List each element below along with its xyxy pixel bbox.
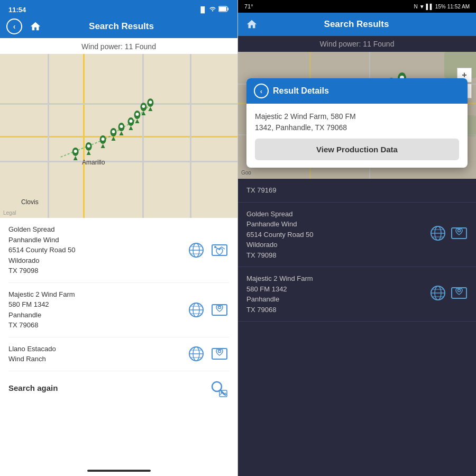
home-button-right[interactable] <box>244 17 259 32</box>
svg-point-12 <box>118 123 125 131</box>
result-address-2: Majestic 2 Wind Farm580 FM 1342Panhandle… <box>8 289 187 331</box>
subtitle-left: Wind power: 11 Found <box>0 38 237 54</box>
svg-marker-28 <box>74 156 78 160</box>
result-address-1: Golden SpreadPanhandle Wind6514 County R… <box>8 224 187 276</box>
status-left-group: 71° <box>244 3 253 10</box>
svg-point-98 <box>458 230 461 232</box>
result-icons-1 <box>187 241 229 260</box>
result-icons-2 <box>187 300 229 319</box>
subtitle-right: Wind power: 11 Found <box>238 36 476 52</box>
result-address-3: Llano EstacadoWind Ranch <box>8 344 187 364</box>
popup-header: ‹ Result Details <box>246 78 468 104</box>
svg-point-49 <box>218 306 221 308</box>
result-item-partial[interactable]: TX 79169 <box>238 179 476 203</box>
globe-icon-1[interactable] <box>187 241 206 260</box>
svg-point-15 <box>127 117 134 126</box>
svg-point-24 <box>86 142 92 151</box>
nfc-icon: N <box>414 4 417 10</box>
map-icon-1[interactable] <box>210 241 229 260</box>
map-icon-right-2[interactable] <box>451 285 468 304</box>
map-icon-3[interactable] <box>210 344 229 363</box>
popup-title: Result Details <box>273 86 329 96</box>
result-item-right-1[interactable]: Golden SpreadPanhandle Wind6514 County R… <box>238 203 476 268</box>
result-icons-right-1 <box>429 225 468 244</box>
search-again-row[interactable]: Search again <box>8 371 229 403</box>
globe-icon-3[interactable] <box>187 344 206 363</box>
result-icons-3 <box>187 344 229 363</box>
globe-icon-2[interactable] <box>187 300 206 319</box>
time-left: 11:54 <box>8 6 26 14</box>
search-again-icon[interactable] <box>208 378 229 399</box>
svg-point-20 <box>112 130 115 133</box>
search-again-label: Search again <box>8 383 58 392</box>
globe-icon-right-2[interactable] <box>429 285 446 304</box>
wifi-icon <box>209 6 216 13</box>
map-icon-2[interactable] <box>210 300 229 319</box>
battery-right: 15% <box>435 4 446 10</box>
signal-icon-right: ▌▌ <box>426 4 434 10</box>
svg-point-26 <box>87 144 90 148</box>
map-icon-right-1[interactable] <box>451 225 468 244</box>
battery-icon <box>218 6 229 13</box>
result-item-2[interactable]: Majestic 2 Wind Farm580 FM 1342Panhandle… <box>8 283 229 337</box>
svg-marker-7 <box>148 107 152 111</box>
svg-point-11 <box>135 113 139 116</box>
city-label-amarillo: Amarillo <box>82 159 105 166</box>
svg-point-23 <box>102 138 105 141</box>
page-title-left: Search Results <box>49 21 194 32</box>
svg-marker-13 <box>119 131 123 135</box>
svg-point-27 <box>72 148 79 156</box>
header-right: Search Results <box>238 13 476 36</box>
result-address-right-2: Majestic 2 Wind Farm580 FM 1342Panhandle… <box>246 273 429 315</box>
popup-back-button[interactable]: ‹ <box>254 84 269 98</box>
signal-icon: ▐▌ <box>198 6 207 13</box>
city-label-clovis: Clovis <box>21 198 39 206</box>
status-right-group: N ▼ ▌▌ 15% 11:52 AM <box>414 4 470 10</box>
map-right: Amarillo + − Goo ‹ Result Details Majest… <box>238 52 476 179</box>
svg-marker-22 <box>101 144 105 148</box>
map-legal: Legal <box>3 210 16 216</box>
home-indicator-left <box>87 470 151 472</box>
svg-marker-25 <box>87 151 91 155</box>
status-bar-right: 71° N ▼ ▌▌ 15% 11:52 AM <box>238 0 476 13</box>
results-list-right: TX 79169 Golden SpreadPanhandle Wind6514… <box>238 179 476 476</box>
page-title-right: Search Results <box>264 19 448 30</box>
temp-label: 71° <box>244 3 253 10</box>
left-phone: 11:54 ▐▌ ‹ Search Results Wind power: 11… <box>0 0 238 476</box>
result-details-popup: ‹ Result Details Majestic 2 Wind Farm, 5… <box>246 78 468 168</box>
result-item-right-2[interactable]: Majestic 2 Wind Farm580 FM 1342Panhandle… <box>238 267 476 322</box>
svg-point-18 <box>111 128 117 136</box>
svg-marker-10 <box>135 119 139 123</box>
result-item-1[interactable]: Golden SpreadPanhandle Wind6514 County R… <box>8 218 229 283</box>
view-production-data-button[interactable]: View Production Data <box>255 139 459 160</box>
popup-address: Majestic 2 Wind Farm, 580 FM1342, Panhan… <box>246 104 468 139</box>
status-bar-left: 11:54 ▐▌ <box>0 0 237 15</box>
wifi-icon-right: ▼ <box>419 4 425 10</box>
map-left: Amarillo Clovis Legal <box>0 54 237 218</box>
svg-point-17 <box>129 120 132 123</box>
result-icons-right-2 <box>429 285 468 304</box>
time-right: 11:52 AM <box>447 4 470 10</box>
result-item-3[interactable]: Llano EstacadoWind Ranch <box>8 337 229 371</box>
google-map-label: Goo <box>241 170 251 176</box>
svg-rect-1 <box>227 8 228 11</box>
header-left: ‹ Search Results <box>0 15 237 38</box>
results-list-left: Golden SpreadPanhandle Wind6514 County R… <box>0 218 237 466</box>
result-address-right-1: Golden SpreadPanhandle Wind6514 County R… <box>246 209 429 261</box>
svg-point-14 <box>120 125 123 128</box>
svg-point-9 <box>134 111 140 119</box>
svg-point-56 <box>218 350 221 353</box>
svg-point-29 <box>74 150 77 153</box>
svg-rect-2 <box>219 7 226 11</box>
svg-point-105 <box>458 289 461 292</box>
back-button-left[interactable]: ‹ <box>6 19 22 34</box>
home-button-left[interactable] <box>28 19 43 34</box>
right-phone: 71° N ▼ ▌▌ 15% 11:52 AM Search Results W… <box>238 0 476 476</box>
status-icons-left: ▐▌ <box>198 6 229 13</box>
svg-point-42 <box>214 246 216 248</box>
globe-icon-right-1[interactable] <box>429 225 446 244</box>
svg-marker-16 <box>129 126 133 130</box>
partial-address: TX 79169 <box>246 185 468 196</box>
